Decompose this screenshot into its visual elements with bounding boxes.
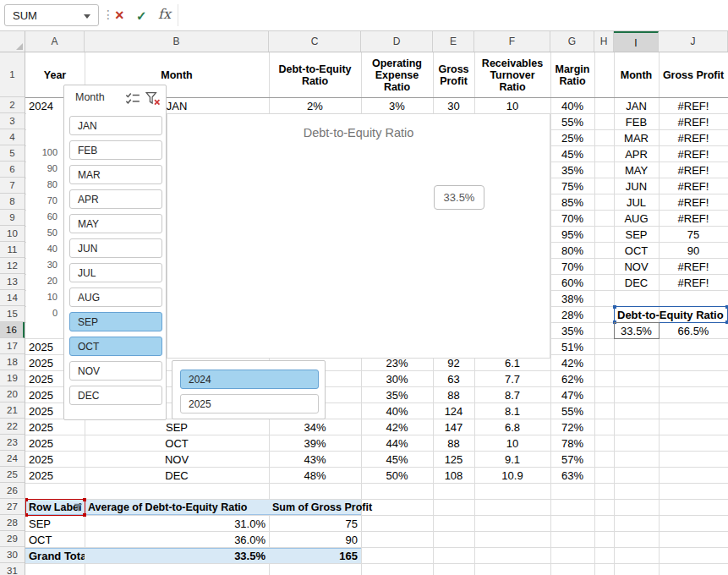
row-header-30[interactable]: 30 [0,547,25,563]
cell-E24[interactable]: 125 [433,452,474,467]
cell-D21[interactable]: 40% [361,403,433,419]
cell-B25[interactable]: DEC [85,468,269,483]
cell-A23[interactable]: 2025 [25,435,85,451]
cell-C29[interactable]: 90 [269,532,361,547]
cell-J5[interactable]: #REF! [659,146,728,162]
insert-function-icon[interactable]: fx [158,6,171,22]
row-header-6[interactable]: 6 [0,162,25,178]
cell-J11[interactable]: 90 [659,243,728,258]
cell-G23[interactable]: 78% [550,435,594,451]
row-header-31[interactable]: 31 [0,563,25,575]
cell-G24[interactable]: 57% [550,452,594,467]
cell-E21[interactable]: 124 [433,403,474,419]
clear-filter-icon[interactable] [145,91,161,107]
month-slicer-item-feb[interactable]: FEB [69,140,162,160]
month-slicer-item-jul[interactable]: JUL [69,263,162,282]
row-header-27[interactable]: 27 [0,499,25,515]
chart-data-label[interactable]: 33.5% [434,185,484,210]
cell-C22[interactable]: 34% [269,419,361,435]
cell-I4[interactable]: MAR [614,130,659,145]
cell-B29[interactable]: 36.0% [85,532,269,547]
cell-G17[interactable]: 51% [550,339,594,354]
cell-G5[interactable]: 45% [550,146,594,162]
chevron-down-icon[interactable] [84,14,90,19]
cell-G3[interactable]: 55% [550,114,594,129]
cell-D24[interactable]: 45% [361,452,433,467]
cell-G7[interactable]: 75% [550,178,594,194]
col-header-D[interactable]: D [361,31,433,52]
row-header-21[interactable]: 21 [0,402,25,419]
cell-G13[interactable]: 60% [550,275,594,290]
cell-B23[interactable]: OCT [85,435,269,451]
cell-G16[interactable]: 35% [550,323,594,338]
cell-A24[interactable]: 2025 [25,452,85,467]
select-all-corner[interactable] [0,31,25,52]
multiselect-icon[interactable] [125,91,140,107]
row-header-12[interactable]: 12 [0,258,25,274]
cell-C30[interactable]: 165 [269,548,361,563]
cell-A30[interactable]: Grand Total [25,548,85,563]
cell-G15[interactable]: 28% [550,307,594,322]
row-header-18[interactable]: 18 [0,354,25,370]
cell-I1[interactable]: Month [614,53,659,97]
col-header-I[interactable]: I [614,31,659,52]
cell-D23[interactable]: 44% [361,435,433,451]
month-slicer-item-oct[interactable]: OCT [69,337,162,356]
month-slicer-item-jun[interactable]: JUN [69,238,162,258]
cell-G25[interactable]: 63% [550,468,594,483]
cell-G8[interactable]: 85% [550,194,594,210]
month-slicer-item-aug[interactable]: AUG [69,288,162,307]
cell-G1[interactable]: Margin Ratio [550,53,594,97]
cell-J3[interactable]: #REF! [659,114,728,129]
row-header-29[interactable]: 29 [0,531,25,547]
cell-C25[interactable]: 48% [269,468,361,483]
donut-chart-panel[interactable]: Debt-to-Equity Ratio 33.5% [167,113,550,359]
row-header-28[interactable]: 28 [0,515,25,531]
cell-E19[interactable]: 63 [433,371,474,386]
cell-I9[interactable]: AUG [614,211,659,226]
cell-I11[interactable]: OCT [614,243,659,258]
row-header-4[interactable]: 4 [0,129,25,145]
cell-I8[interactable]: JUL [614,194,659,210]
cell-B27[interactable]: Average of Debt-to-Equity Ratio [85,500,269,515]
row-header-13[interactable]: 13 [0,274,25,290]
row-header-3[interactable]: 3 [0,113,25,129]
drag-dots-icon[interactable]: ⋮ [102,8,114,21]
row-header-23[interactable]: 23 [0,435,25,451]
name-box[interactable]: SUM [4,4,99,26]
row-header-5[interactable]: 5 [0,145,25,162]
month-slicer-item-nov[interactable]: NOV [69,361,162,381]
month-slicer-item-may[interactable]: MAY [69,214,162,233]
cell-J4[interactable]: #REF! [659,130,728,145]
cell-J8[interactable]: #REF! [659,194,728,210]
row-header-2[interactable]: 2 [0,97,25,113]
row-header-20[interactable]: 20 [0,386,25,402]
cell-J1[interactable]: Gross Profit [659,53,728,97]
row-header-19[interactable]: 19 [0,370,25,386]
col-header-F[interactable]: F [474,31,550,52]
cell-G11[interactable]: 80% [550,243,594,258]
cell-I12[interactable]: NOV [614,259,659,274]
month-slicer-item-mar[interactable]: MAR [69,165,162,184]
cell-G14[interactable]: 38% [550,291,594,306]
col-header-G[interactable]: G [550,31,594,52]
cell-G2[interactable]: 40% [550,98,594,113]
cell-D1[interactable]: Operating Expense Ratio [361,53,433,97]
row-header-25[interactable]: 25 [0,467,25,483]
col-header-E[interactable]: E [433,31,474,52]
cell-G12[interactable]: 70% [550,259,594,274]
cell-D20[interactable]: 35% [361,387,433,402]
row-header-8[interactable]: 8 [0,194,25,210]
col-header-A[interactable]: A [25,31,85,52]
cell-F19[interactable]: 7.7 [474,371,550,386]
cell-I2[interactable]: JAN [614,98,659,113]
cell-I7[interactable]: JUN [614,178,659,194]
cell-G6[interactable]: 35% [550,162,594,178]
cell-C28[interactable]: 75 [269,516,361,531]
donut-ring[interactable] [167,114,550,358]
cell-G19[interactable]: 62% [550,371,594,386]
cell-I6[interactable]: MAY [614,162,659,178]
month-slicer-item-sep[interactable]: SEP [69,312,162,331]
row-header-11[interactable]: 11 [0,242,25,258]
cell-C27[interactable]: Sum of Gross Profit [269,500,361,515]
